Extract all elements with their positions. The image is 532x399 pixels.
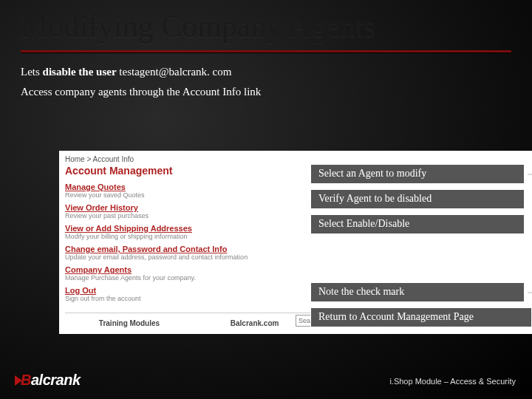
callout-check-mark: Note the check mark	[310, 282, 525, 302]
slide-title: Modifying Company Agents	[21, 9, 511, 47]
am-item-heading: Change email, Password and Contact Info	[65, 245, 526, 253]
am-item-heading: Company Agents	[65, 265, 526, 274]
brand-logo: Balcrank	[15, 372, 81, 389]
footer-module-label: i.Shop Module – Access & Security	[389, 377, 516, 386]
intro-line-2: Access company agents through the Accoun…	[21, 86, 511, 98]
footer-link: Training Modules	[99, 319, 160, 327]
logo-triangle-icon	[15, 375, 22, 386]
intro-suffix: testagent@balcrank. com	[117, 66, 232, 78]
callout-verify-agent: Verify Agent to be disabled	[310, 189, 525, 209]
breadcrumb: Home > Account Info	[59, 151, 532, 163]
logo-rest: alcrank	[31, 372, 81, 388]
intro-line-1: Lets disable the user testagent@balcrank…	[21, 66, 511, 78]
callout-return: Return to Account Management Page	[310, 307, 532, 327]
logo-first-letter: B	[21, 372, 31, 388]
am-item-sub: Manage Purchase Agents for your company.	[65, 274, 526, 282]
am-item-sub: Update your email address, password and …	[65, 253, 526, 261]
am-item: Company Agents Manage Purchase Agents fo…	[59, 264, 532, 284]
title-underline	[21, 50, 511, 52]
callout-select-agent: Select an Agent to modify	[310, 164, 525, 184]
footer-link: Balcrank.com	[231, 319, 279, 327]
am-item: Change email, Password and Contact Info …	[59, 243, 532, 264]
callout-enable-disable: Select Enable/Disable	[310, 214, 525, 234]
intro-bold: disable the user	[43, 66, 117, 78]
intro-prefix: Lets	[21, 66, 43, 78]
